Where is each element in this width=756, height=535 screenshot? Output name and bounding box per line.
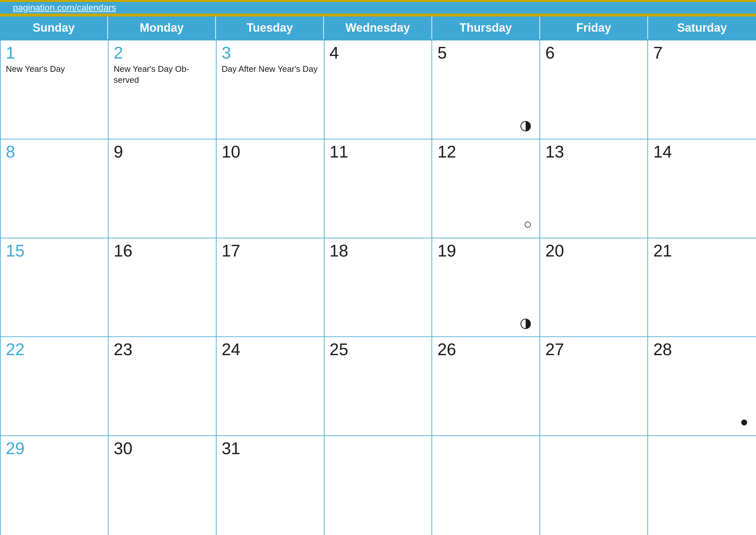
day-cell-25[interactable]: 25	[325, 337, 432, 436]
day-number-16: 16	[114, 242, 211, 259]
day-cell-4[interactable]: 4	[325, 41, 432, 139]
day-cell-2[interactable]: 2New Year's Day Ob-served	[109, 41, 217, 139]
day-cell-29[interactable]: 29	[1, 436, 109, 535]
day-cell-26[interactable]: 26	[432, 337, 540, 436]
day-number-29: 29	[6, 440, 103, 457]
day-number-12: 12	[437, 143, 534, 160]
header-saturday: Saturday	[648, 16, 756, 39]
day-number-18: 18	[330, 242, 427, 259]
day-number-22: 22	[6, 341, 103, 358]
day-number-3: 3	[222, 44, 319, 61]
day-cell-27[interactable]: 27	[540, 337, 648, 436]
day-cell-24[interactable]: 24	[217, 337, 325, 436]
day-number-28: 28	[653, 341, 751, 358]
day-number-23: 23	[114, 341, 211, 358]
header-monday: Monday	[108, 16, 216, 39]
moon-icon-5: ◑	[520, 117, 532, 133]
day-cell-30[interactable]: 30	[109, 436, 217, 535]
day-cell-9[interactable]: 9	[109, 139, 217, 239]
day-cell-16[interactable]: 16	[109, 239, 217, 337]
day-number-26: 26	[437, 341, 534, 358]
day-cell-3[interactable]: 3Day After New Year's Day	[217, 41, 325, 139]
day-number-24: 24	[222, 341, 319, 358]
empty-cell-31	[325, 436, 432, 535]
day-number-25: 25	[330, 341, 427, 358]
holiday-label-3: Day After New Year's Day	[222, 64, 319, 75]
day-number-20: 20	[545, 242, 642, 259]
day-number-4: 4	[330, 44, 427, 61]
day-number-27: 27	[545, 341, 642, 358]
day-cell-11[interactable]: 11	[325, 139, 432, 239]
day-number-2: 2	[114, 44, 211, 61]
day-cell-21[interactable]: 21	[648, 239, 756, 337]
day-number-14: 14	[653, 143, 751, 160]
calendar-grid: 1New Year's Day2New Year's Day Ob-served…	[0, 40, 756, 535]
day-number-13: 13	[545, 143, 642, 160]
day-number-11: 11	[330, 143, 427, 160]
empty-cell-33	[540, 436, 648, 535]
moon-icon-28: ●	[740, 414, 748, 430]
day-number-30: 30	[114, 440, 211, 457]
header-friday: Friday	[540, 16, 648, 39]
day-cell-5[interactable]: 5◑	[432, 41, 540, 139]
day-number-7: 7	[653, 44, 751, 61]
day-number-31: 31	[222, 440, 319, 457]
calendar-header: pagination.com/calendars	[0, 2, 756, 14]
header-wednesday: Wednesday	[324, 16, 432, 39]
day-number-9: 9	[114, 143, 211, 160]
empty-cell-32	[432, 436, 540, 535]
day-number-21: 21	[653, 242, 751, 259]
site-link[interactable]: pagination.com/calendars	[13, 3, 116, 13]
day-cell-6[interactable]: 6	[540, 41, 648, 139]
header-tuesday: Tuesday	[216, 16, 324, 39]
day-cell-14[interactable]: 14	[648, 139, 756, 239]
day-cell-23[interactable]: 23	[109, 337, 217, 436]
day-cell-20[interactable]: 20	[540, 239, 648, 337]
day-number-6: 6	[545, 44, 642, 61]
header-thursday: Thursday	[432, 16, 540, 39]
day-number-10: 10	[222, 143, 319, 160]
moon-icon-12: ○	[524, 216, 532, 232]
day-cell-31[interactable]: 31	[217, 436, 325, 535]
day-cell-12[interactable]: 12○	[432, 139, 540, 239]
header-sunday: Sunday	[0, 16, 108, 39]
day-cell-7[interactable]: 7	[648, 41, 756, 139]
day-number-1: 1	[6, 44, 103, 61]
day-number-8: 8	[6, 143, 103, 160]
day-number-5: 5	[437, 44, 534, 61]
day-cell-10[interactable]: 10	[217, 139, 325, 239]
day-cell-1[interactable]: 1New Year's Day	[1, 41, 109, 139]
day-number-17: 17	[222, 242, 319, 259]
holiday-label-1: New Year's Day	[6, 64, 103, 75]
day-cell-28[interactable]: 28●	[648, 337, 756, 436]
day-cell-8[interactable]: 8	[1, 139, 109, 239]
day-number-19: 19	[437, 242, 534, 259]
day-headers: Sunday Monday Tuesday Wednesday Thursday…	[0, 16, 756, 40]
day-cell-13[interactable]: 13	[540, 139, 648, 239]
day-cell-15[interactable]: 15	[1, 239, 109, 337]
empty-cell-34	[648, 436, 756, 535]
day-cell-18[interactable]: 18	[325, 239, 432, 337]
day-cell-17[interactable]: 17	[217, 239, 325, 337]
day-cell-22[interactable]: 22	[1, 337, 109, 436]
calendar-wrapper: pagination.com/calendars Sunday Monday T…	[0, 0, 756, 535]
holiday-label-2: New Year's Day Ob-served	[114, 64, 211, 86]
day-number-15: 15	[6, 242, 103, 259]
moon-icon-19: ◑	[520, 315, 532, 330]
day-cell-19[interactable]: 19◑	[432, 239, 540, 337]
